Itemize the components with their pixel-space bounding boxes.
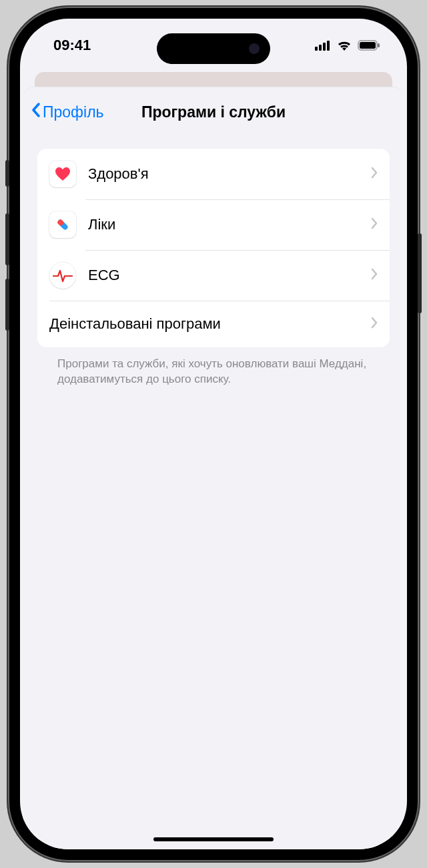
power-button [418,233,422,313]
volume-up-button [5,213,9,265]
chevron-right-icon [371,167,378,181]
dynamic-island [157,33,270,64]
chevron-right-icon [371,268,378,283]
status-time: 09:41 [53,37,91,54]
phone-frame: 09:41 Профіль [8,7,419,861]
list-item-ecg[interactable]: ECG [37,250,390,301]
svg-rect-2 [323,43,326,51]
volume-down-button [5,279,9,331]
health-icon [49,161,76,187]
chevron-left-icon [31,102,41,122]
chevron-right-icon [371,217,378,232]
ecg-icon [49,262,76,289]
section-footer-text: Програми та служби, які хочуть оновлюват… [37,347,390,397]
list-item-medications[interactable]: Ліки [37,199,390,250]
battery-icon [358,40,380,51]
wifi-icon [336,39,352,51]
navigation-bar: Профіль Програми і служби [23,87,404,137]
list-item-uninstalled-apps[interactable]: Деінстальовані програми [37,301,390,347]
list-item-health[interactable]: Здоров'я [37,149,390,199]
svg-rect-3 [327,41,330,51]
list-item-label: Ліки [88,216,371,233]
home-indicator[interactable] [153,837,274,841]
list-item-label: Деінстальовані програми [49,315,371,333]
svg-rect-6 [378,43,380,47]
chevron-right-icon [371,317,378,331]
list-item-label: Здоров'я [88,165,371,183]
apps-list: Здоров'я [37,149,390,347]
pill-icon [49,211,76,238]
cellular-icon [315,40,331,51]
screen: 09:41 Профіль [20,19,407,849]
list-item-label: ECG [88,267,371,284]
svg-rect-0 [315,47,318,51]
svg-rect-5 [360,42,376,49]
background-sheet-peek [35,72,392,87]
back-button[interactable]: Профіль [27,102,104,122]
modal-sheet: Профіль Програми і служби Здоров'я [23,87,404,849]
mute-switch [5,160,9,187]
svg-rect-1 [319,45,322,51]
back-label: Профіль [43,103,104,121]
